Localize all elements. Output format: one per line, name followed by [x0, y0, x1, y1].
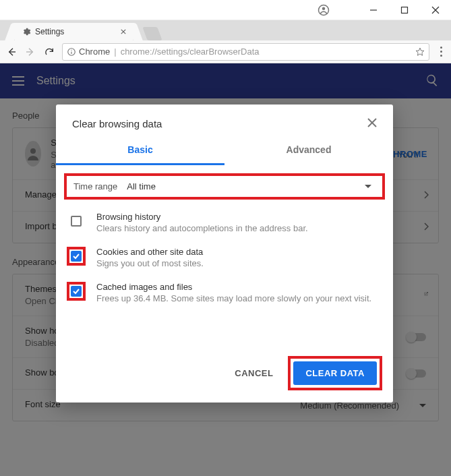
dropdown-icon [365, 185, 371, 188]
option-desc: Clears history and autocompletions in th… [96, 223, 308, 233]
tab-basic[interactable]: Basic [56, 138, 224, 165]
dialog-close-button[interactable] [367, 118, 377, 129]
window-maximize-button[interactable] [389, 0, 420, 20]
new-tab-button[interactable] [142, 27, 162, 40]
bookmark-star-icon[interactable] [415, 47, 425, 57]
option-desc: Signs you out of most sites. [96, 258, 204, 268]
tab-strip: Settings [0, 20, 451, 40]
gear-icon [22, 27, 31, 36]
option-row: Cookies and other site dataSigns you out… [67, 240, 382, 275]
option-row: Browsing historyClears history and autoc… [67, 205, 382, 240]
address-bar: Chrome | chrome://settings/clearBrowserD… [0, 40, 451, 63]
option-title: Cookies and other site data [96, 247, 204, 257]
info-icon [67, 47, 76, 57]
option-checkbox[interactable] [71, 251, 82, 262]
clear-data-button[interactable]: CLEAR DATA [293, 361, 377, 385]
tab-title: Settings [35, 27, 121, 36]
option-row: Cached images and filesFrees up 36.4 MB.… [67, 275, 382, 310]
option-title: Browsing history [96, 212, 308, 222]
svg-point-1 [322, 7, 326, 11]
reload-button[interactable] [43, 46, 55, 58]
options-list: Browsing historyClears history and autoc… [67, 205, 382, 310]
window-minimize-button[interactable] [358, 0, 389, 20]
option-checkbox[interactable] [71, 286, 82, 297]
svg-rect-3 [402, 7, 408, 13]
dialog-title: Clear browsing data [72, 118, 367, 129]
tab-advanced[interactable]: Advanced [224, 138, 393, 165]
back-button[interactable] [5, 46, 18, 58]
svg-point-12 [71, 49, 71, 50]
url-field[interactable]: Chrome | chrome://settings/clearBrowserD… [62, 43, 429, 61]
time-range-label: Time range [73, 181, 117, 191]
forward-button [24, 46, 36, 58]
browser-tab[interactable]: Settings [15, 23, 133, 40]
cancel-button[interactable]: CANCEL [225, 361, 282, 385]
option-title: Cached images and files [96, 282, 371, 292]
option-checkbox[interactable] [71, 216, 82, 227]
url-text: chrome://settings/clearBrowserData [121, 47, 415, 57]
svg-marker-13 [416, 48, 424, 55]
window-close-button[interactable] [420, 0, 451, 20]
browser-menu-button[interactable] [436, 46, 446, 58]
time-range-select[interactable]: Time range All time [64, 173, 385, 200]
option-desc: Frees up 36.4 MB. Some sites may load mo… [96, 293, 371, 303]
account-icon[interactable] [318, 4, 330, 18]
window-titlebar [0, 0, 451, 20]
time-range-value: All time [127, 181, 355, 191]
clear-data-dialog: Clear browsing data Basic Advanced Time … [56, 105, 393, 403]
tab-close-icon[interactable] [121, 29, 126, 34]
dialog-tabs: Basic Advanced [56, 138, 393, 165]
url-prefix: Chrome [79, 47, 110, 57]
